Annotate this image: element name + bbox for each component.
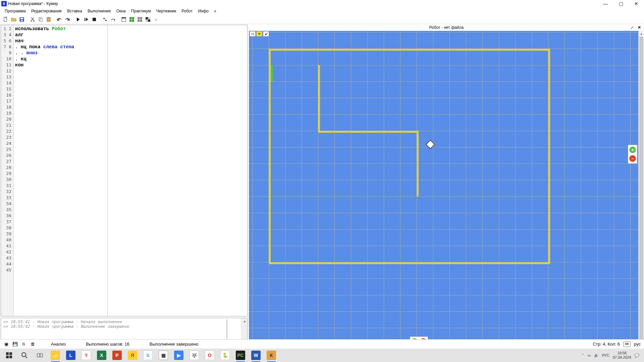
kumir-icon[interactable]: К <box>264 349 279 362</box>
title-bar: К Новая программа* - Кумир <box>0 0 644 7</box>
explorer-taskbar-icon[interactable]: 📁 <box>48 349 63 362</box>
tray-chevron-icon[interactable]: ˄ <box>582 353 584 358</box>
svg-rect-4 <box>21 20 23 21</box>
menu-редактирование[interactable]: Редактирование <box>29 8 64 14</box>
menu-практикум[interactable]: Практикум <box>128 8 154 14</box>
yandex-browser-icon[interactable]: Y <box>78 349 94 362</box>
robot-panel-title: Робот - нет файла <box>429 25 464 30</box>
robot-field[interactable] <box>249 31 638 349</box>
add-row-button[interactable]: + <box>629 146 636 153</box>
pin-button[interactable]: ⤢ <box>629 25 635 30</box>
calculator-icon[interactable]: ▦ <box>156 349 171 362</box>
tray-clock[interactable]: 18:56 07.04.2024 <box>613 351 631 360</box>
status-steps: Выполнено шагов: 16 <box>86 342 129 347</box>
new-file-button[interactable] <box>2 16 9 23</box>
start-button[interactable] <box>1 349 17 362</box>
step-button[interactable] <box>83 16 90 23</box>
status-cursor-pos: Стр: 4, Кол: 6 <box>593 342 620 347</box>
taskview-button[interactable] <box>32 349 48 362</box>
svg-rect-23 <box>148 19 150 22</box>
tray-battery-icon[interactable]: ▭ <box>587 353 591 358</box>
robot-radiation-button[interactable]: ☢ <box>256 31 262 37</box>
opera-icon[interactable]: O <box>202 349 217 362</box>
tray-volume-icon[interactable]: 🔊 <box>594 353 599 358</box>
scroll-thumb[interactable] <box>639 37 643 343</box>
svg-line-31 <box>25 356 27 358</box>
status-trash-icon[interactable]: 🗑 <box>29 341 36 348</box>
word-icon[interactable]: W <box>248 349 264 362</box>
open-file-button[interactable] <box>10 16 17 23</box>
menu-чертежник[interactable]: Чертежник <box>154 8 179 14</box>
remove-row-button[interactable]: – <box>629 155 636 162</box>
robot-panel-header: Робот - нет файла ⤢ ✕ <box>249 24 644 31</box>
scroll-up-icon[interactable]: ▲ <box>639 31 644 37</box>
gimp-icon[interactable]: 🐺 <box>186 349 202 362</box>
step-over-button[interactable] <box>109 16 117 23</box>
robot-toolbar: A| ☢ 🖌 <box>250 31 269 37</box>
step-into-button[interactable] <box>101 16 109 23</box>
excel-icon[interactable]: X <box>94 349 109 362</box>
svg-marker-11 <box>77 17 80 21</box>
status-icon-1[interactable]: ▣ <box>3 341 10 348</box>
robot-paint-button[interactable]: 🖌 <box>263 31 269 37</box>
single-window-button[interactable] <box>120 16 127 23</box>
code-text[interactable]: использовать Робот алг нач . нц пока сле… <box>14 25 108 316</box>
svg-rect-3 <box>20 18 23 19</box>
menu-инфо[interactable]: Инфо <box>195 8 211 14</box>
svg-rect-19 <box>122 17 126 18</box>
zoom-icon[interactable]: ▶ <box>171 349 186 362</box>
scroll-up-icon[interactable]: ▲ <box>242 318 247 324</box>
python-icon[interactable]: 🐍 <box>217 349 233 362</box>
copy-button[interactable] <box>37 16 44 23</box>
keyboard-icon[interactable]: ⌨ <box>623 342 631 347</box>
menu-робот[interactable]: Робот <box>179 8 195 14</box>
close-button[interactable]: ✕ <box>629 0 644 7</box>
yandex-icon[interactable]: Я <box>125 349 140 362</box>
svg-rect-10 <box>48 17 49 18</box>
status-bar: ▣ 💾 ⎘ 🗑 Анализ Выполнено шагов: 16 Выпол… <box>0 339 644 349</box>
minimize-button[interactable]: — <box>598 0 613 7</box>
app-l-icon[interactable]: L <box>63 349 78 362</box>
svg-rect-24 <box>148 17 150 19</box>
paste-button[interactable] <box>45 16 52 23</box>
robot-scrollbar[interactable]: ▲ ▼ <box>638 31 644 349</box>
svg-rect-32 <box>37 354 40 357</box>
menu-»[interactable]: » <box>211 8 219 14</box>
svg-rect-28 <box>6 356 9 358</box>
pycharm-icon[interactable]: PC <box>233 349 248 362</box>
menu-окна[interactable]: Окна <box>114 8 128 14</box>
skype-icon[interactable]: S <box>140 349 156 362</box>
code-editor[interactable]: 1 2 3 4 5 6 7 8 9 10 11 12 13 14 15 16 1… <box>1 25 248 316</box>
run-button[interactable] <box>74 16 82 23</box>
powerpoint-icon[interactable]: P <box>109 349 125 362</box>
search-button[interactable] <box>17 349 32 362</box>
status-icon-3[interactable]: ⎘ <box>20 341 28 348</box>
tray-notifications-icon[interactable]: 💬 <box>635 353 639 358</box>
tray-lang[interactable]: РУС <box>602 353 609 357</box>
grid-check-button[interactable] <box>144 16 152 23</box>
menu-выполнение[interactable]: Выполнение <box>85 8 114 14</box>
grid-gray-button[interactable] <box>136 16 144 23</box>
svg-point-30 <box>22 353 26 357</box>
robot-marker[interactable] <box>425 139 435 149</box>
taskbar: 📁 L Y X P Я S ▦ ▶ 🐺 O 🐍 PC W К ˄ ▭ 🔊 РУС… <box>0 349 644 362</box>
stop-button[interactable] <box>91 16 98 23</box>
svg-marker-17 <box>114 19 115 21</box>
redo-button[interactable] <box>64 16 71 23</box>
robot-text-button[interactable]: A| <box>250 31 256 37</box>
grid-green-button[interactable] <box>128 16 136 23</box>
robot-close-button[interactable]: ✕ <box>637 25 642 30</box>
cut-button[interactable] <box>29 16 36 23</box>
status-analysis: Анализ <box>51 342 66 347</box>
status-save-icon[interactable]: 💾 <box>11 341 19 348</box>
undo-button[interactable] <box>56 16 63 23</box>
status-lang: рус <box>634 342 641 347</box>
toolbar-more-button[interactable]: » <box>152 16 160 23</box>
menu-программа[interactable]: Программа <box>2 8 29 14</box>
save-button[interactable] <box>18 16 25 23</box>
window-title: Новая программа* - Кумир <box>8 1 643 6</box>
menu-вставка[interactable]: Вставка <box>64 8 85 14</box>
system-tray: ˄ ▭ 🔊 РУС 18:56 07.04.2024 💬 <box>579 351 643 360</box>
app-icon: К <box>1 1 7 6</box>
maximize-button[interactable]: ▢ <box>613 0 629 7</box>
